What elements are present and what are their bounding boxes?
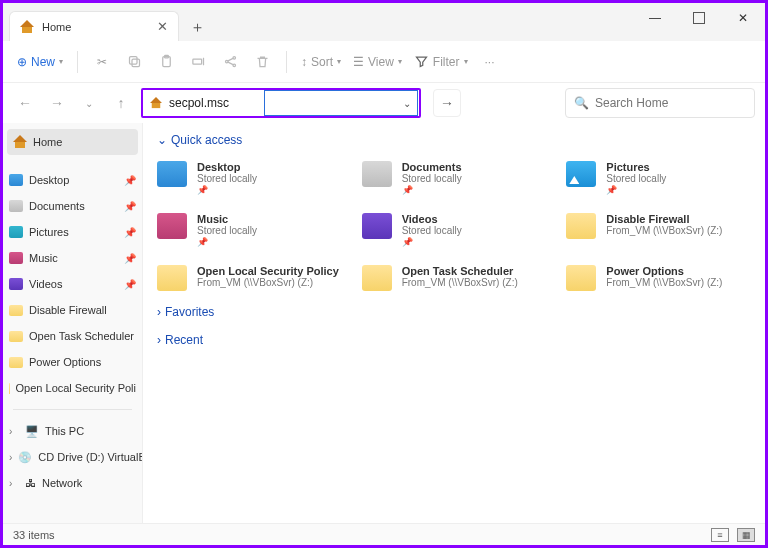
back-button[interactable]: ← xyxy=(13,91,37,115)
separator xyxy=(13,409,132,410)
share-button[interactable] xyxy=(216,48,244,76)
sidebar-label: Videos xyxy=(29,278,62,290)
recent-locations-button[interactable]: ⌄ xyxy=(77,91,101,115)
section-title: Recent xyxy=(165,333,203,347)
sidebar-item-folder[interactable]: Open Local Security Poli xyxy=(3,375,142,401)
folder-icon xyxy=(362,265,392,291)
sidebar-item-documents[interactable]: Documents 📌 xyxy=(3,193,142,219)
address-dropdown[interactable]: ⌄ xyxy=(264,90,418,116)
tile-sub: Stored locally xyxy=(197,173,257,185)
tile-name: Videos xyxy=(402,213,462,225)
sort-icon: ↕ xyxy=(301,55,307,69)
chevron-right-icon: › xyxy=(9,426,19,437)
sidebar-item-home[interactable]: Home xyxy=(7,129,138,155)
chevron-down-icon: ▾ xyxy=(59,57,63,66)
tile-sub: From_VM (\\VBoxSvr) (Z:) xyxy=(606,277,722,289)
new-tab-button[interactable]: ＋ xyxy=(183,13,211,41)
close-button[interactable]: ✕ xyxy=(721,3,765,33)
sort-label: Sort xyxy=(311,55,333,69)
section-favorites[interactable]: › Favorites xyxy=(157,305,751,319)
folder-icon xyxy=(362,213,392,239)
maximize-button[interactable] xyxy=(677,3,721,33)
search-input[interactable] xyxy=(595,96,746,110)
sidebar-label: Disable Firewall xyxy=(29,304,107,316)
chevron-right-icon: › xyxy=(9,478,19,489)
sidebar-item-desktop[interactable]: Desktop 📌 xyxy=(3,167,142,193)
nav-pane[interactable]: Home Desktop 📌 Documents 📌 Pictures 📌 Mu… xyxy=(3,123,143,523)
plus-circle-icon: ⊕ xyxy=(17,55,27,69)
separator xyxy=(286,51,287,73)
go-button[interactable]: → xyxy=(433,89,461,117)
quick-tile[interactable]: Open Task SchedulerFrom_VM (\\VBoxSvr) (… xyxy=(362,265,547,291)
section-recent[interactable]: › Recent xyxy=(157,333,751,347)
copy-button[interactable] xyxy=(120,48,148,76)
pin-icon: 📌 xyxy=(124,253,136,264)
cut-button[interactable]: ✂ xyxy=(88,48,116,76)
quick-tile[interactable]: Open Local Security PolicyFrom_VM (\\VBo… xyxy=(157,265,342,291)
chevron-right-icon: › xyxy=(157,305,161,319)
quick-tile[interactable]: MusicStored locally📌 xyxy=(157,213,342,247)
sidebar-item-cddrive[interactable]: › 💿 CD Drive (D:) VirtualBox xyxy=(3,444,142,470)
tab-home[interactable]: Home ✕ xyxy=(9,11,179,41)
sidebar-item-thispc[interactable]: › 🖥️ This PC xyxy=(3,418,142,444)
sidebar-label: Documents xyxy=(29,200,85,212)
folder-icon xyxy=(566,213,596,239)
chevron-down-icon: ⌄ xyxy=(157,133,167,147)
sidebar-label: Open Local Security Poli xyxy=(16,382,136,394)
sidebar-item-folder[interactable]: Disable Firewall xyxy=(3,297,142,323)
sidebar-item-network[interactable]: › 🖧 Network xyxy=(3,470,142,496)
tab-close-icon[interactable]: ✕ xyxy=(157,19,168,34)
sidebar-item-folder[interactable]: Power Options xyxy=(3,349,142,375)
quick-tile[interactable]: Power OptionsFrom_VM (\\VBoxSvr) (Z:) xyxy=(566,265,751,291)
delete-button[interactable] xyxy=(248,48,276,76)
quick-tile[interactable]: Disable FirewallFrom_VM (\\VBoxSvr) (Z:) xyxy=(566,213,751,247)
new-button[interactable]: ⊕ New ▾ xyxy=(13,48,67,76)
svg-point-6 xyxy=(233,57,236,60)
sidebar-item-folder[interactable]: Open Task Scheduler xyxy=(3,323,142,349)
address-bar[interactable]: secpol.msc ⌄ xyxy=(141,88,421,118)
icons-view-button[interactable]: ▦ xyxy=(737,528,755,542)
search-box[interactable]: 🔍 xyxy=(565,88,755,118)
filter-button[interactable]: Filter ▾ xyxy=(410,48,472,76)
tile-name: Open Task Scheduler xyxy=(402,265,518,277)
content-pane: ⌄ Quick access DesktopStored locally📌Doc… xyxy=(143,123,765,523)
sidebar-label: Network xyxy=(42,477,82,489)
tile-sub: Stored locally xyxy=(402,173,462,185)
sidebar-item-music[interactable]: Music 📌 xyxy=(3,245,142,271)
paste-button[interactable] xyxy=(152,48,180,76)
sidebar-item-pictures[interactable]: Pictures 📌 xyxy=(3,219,142,245)
quick-tile[interactable]: DesktopStored locally📌 xyxy=(157,161,342,195)
chevron-down-icon: ⌄ xyxy=(403,98,411,109)
window-controls: — ✕ xyxy=(633,3,765,33)
address-segment[interactable]: secpol.msc xyxy=(143,90,263,116)
sort-button[interactable]: ↕ Sort ▾ xyxy=(297,48,345,76)
view-button[interactable]: ☰ View ▾ xyxy=(349,48,406,76)
sidebar-label: This PC xyxy=(45,425,84,437)
tile-text: VideosStored locally📌 xyxy=(402,213,462,247)
quick-tile[interactable]: DocumentsStored locally📌 xyxy=(362,161,547,195)
home-icon xyxy=(150,97,162,109)
titlebar: Home ✕ ＋ — ✕ xyxy=(3,3,765,41)
section-quick-access[interactable]: ⌄ Quick access xyxy=(157,133,751,147)
pin-icon: 📌 xyxy=(124,279,136,290)
tile-name: Power Options xyxy=(606,265,722,277)
chevron-down-icon: ▾ xyxy=(398,57,402,66)
quick-tile[interactable]: VideosStored locally📌 xyxy=(362,213,547,247)
scissors-icon: ✂ xyxy=(97,55,107,69)
tab-title: Home xyxy=(42,21,71,33)
more-button[interactable]: ··· xyxy=(476,48,504,76)
quick-tile[interactable]: PicturesStored locally📌 xyxy=(566,161,751,195)
chevron-right-icon: › xyxy=(157,333,161,347)
sidebar-item-videos[interactable]: Videos 📌 xyxy=(3,271,142,297)
tile-text: Open Local Security PolicyFrom_VM (\\VBo… xyxy=(197,265,339,289)
network-icon: 🖧 xyxy=(25,477,36,489)
rename-button[interactable] xyxy=(184,48,212,76)
up-button[interactable]: ↑ xyxy=(109,91,133,115)
desktop-icon xyxy=(9,174,23,186)
chevron-down-icon: ▾ xyxy=(464,57,468,66)
forward-button[interactable]: → xyxy=(45,91,69,115)
tile-name: Desktop xyxy=(197,161,257,173)
pc-icon: 🖥️ xyxy=(25,425,39,438)
details-view-button[interactable]: ≡ xyxy=(711,528,729,542)
minimize-button[interactable]: — xyxy=(633,3,677,33)
